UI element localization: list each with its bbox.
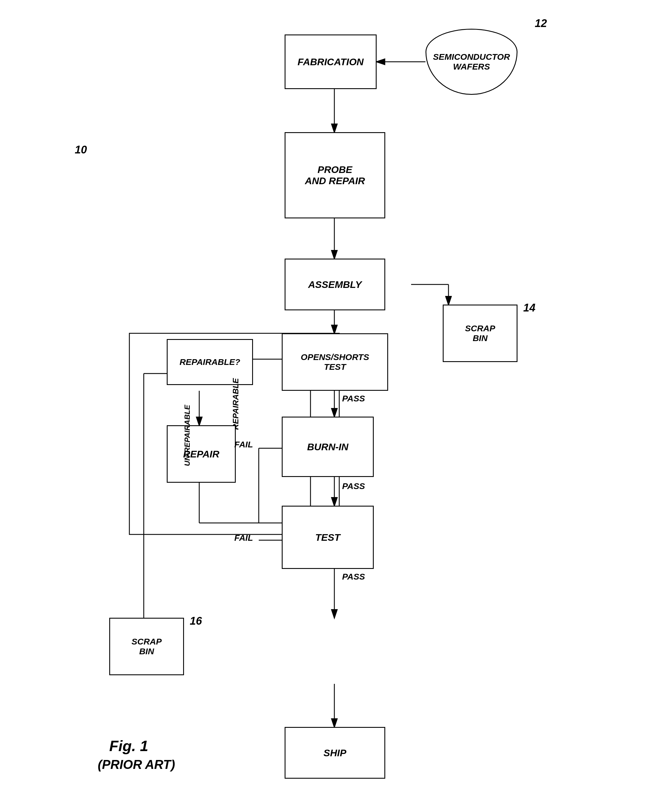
repairable-label: REPAIRABLE (231, 378, 240, 430)
fail2-label: FAIL (234, 440, 253, 450)
assembly-box: ASSEMBLY (285, 258, 385, 310)
scrap-bin-bottom-box: SCRAP BIN (109, 618, 184, 675)
burn-in-box: BURN-IN (282, 417, 374, 477)
flow-arrows (0, 0, 669, 812)
repair-box: REPAIR (167, 425, 236, 483)
test-box: TEST (282, 506, 374, 569)
diagram-container: 12 SEMICONDUCTOR WAFERS FABRICATION 10 P… (0, 0, 669, 812)
ship-box: SHIP (285, 727, 385, 778)
pass2-label: PASS (342, 481, 365, 491)
scrap-bin-right-box: SCRAP BIN (443, 305, 518, 362)
prior-art-label: (PRIOR ART) (98, 757, 175, 772)
ref-14: 14 (523, 302, 535, 314)
figure-label: Fig. 1 (109, 737, 148, 755)
ref-10: 10 (75, 144, 87, 156)
ref-16: 16 (190, 615, 202, 627)
semiconductor-wafers-box: SEMICONDUCTOR WAFERS (425, 29, 518, 95)
ref-12: 12 (535, 17, 547, 30)
unrepairable-label: UN-REPAIRABLE (183, 405, 192, 466)
opens-shorts-box: OPENS/SHORTS TEST (282, 333, 388, 391)
fail3-label: FAIL (234, 533, 253, 543)
pass1-label: PASS (342, 394, 365, 403)
probe-repair-box: PROBE AND REPAIR (285, 132, 385, 218)
pass3-label: PASS (342, 572, 365, 582)
fabrication-box: FABRICATION (285, 35, 377, 89)
